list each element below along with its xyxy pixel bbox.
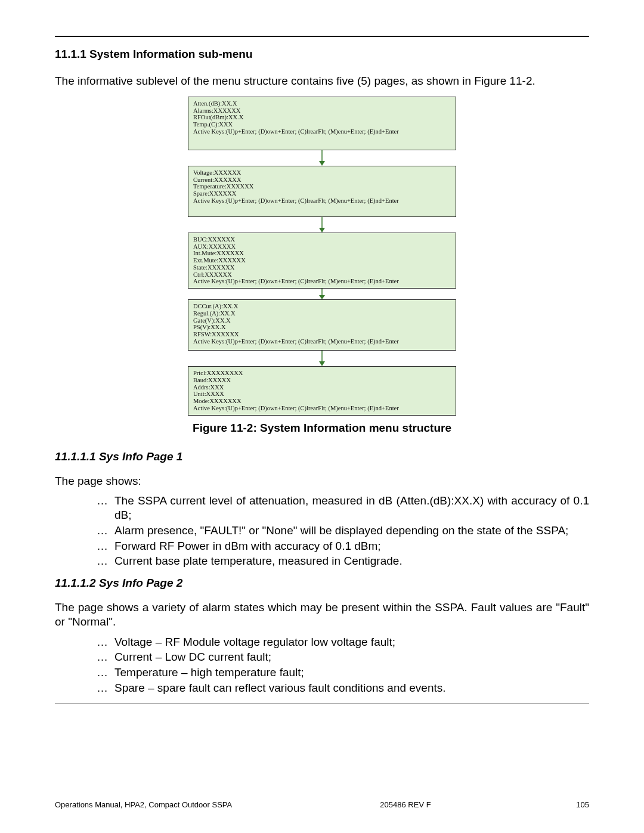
bottom-rule (55, 704, 589, 704)
page2-lead: The page shows a variety of alarm states… (55, 600, 589, 629)
list-item: The SSPA current level of attenuation, m… (97, 494, 589, 522)
page1-lead: The page shows: (55, 474, 589, 488)
page1-list: The SSPA current level of attenuation, m… (55, 494, 589, 568)
menu-box-2: Voltage:XXXXXX Current:XXXXXX Temperatur… (188, 166, 456, 217)
menu-row: Prtcl:XXXXXXXX (193, 370, 451, 377)
menu-box-5: Prtcl:XXXXXXXX Baud:XXXXX Addrs:XXX Unit… (188, 366, 456, 416)
footer-right: 105 (553, 800, 589, 809)
svg-marker-3 (319, 228, 325, 233)
menu-row: Baud:XXXXX (193, 377, 451, 384)
menu-row: Addrs:XXX (193, 384, 451, 391)
subsection-heading-page1: 11.1.1.1 Sys Info Page 1 (55, 450, 589, 463)
subsection-heading-page2: 11.1.1.2 Sys Info Page 2 (55, 577, 589, 590)
list-item: Temperature – high temperature fault; (97, 665, 589, 680)
menu-row: Regul.(A):XX.X (193, 310, 451, 317)
menu-row: PS(V):XX.X (193, 324, 451, 331)
menu-row: Temp.(C):XXX (193, 121, 451, 128)
down-arrow-icon (188, 217, 456, 233)
page-footer: Operations Manual, HPA2, Compact Outdoor… (55, 800, 589, 809)
list-item: Current base plate temperature, measured… (97, 554, 589, 568)
menu-row: Mode:XXXXXXX (193, 398, 451, 405)
page2-list: Voltage – RF Module voltage regulator lo… (55, 635, 589, 695)
menu-row: Atten.(dB):XX.X (193, 100, 451, 107)
menu-box-3: BUC:XXXXXX AUX:XXXXXX Int.Mute:XXXXXX Ex… (188, 233, 456, 289)
intro-paragraph: The informative sublevel of the menu str… (55, 74, 589, 88)
menu-row: RFOut(dBm):XX.X (193, 114, 451, 121)
down-arrow-icon (188, 150, 456, 166)
menu-row: Int.Mute:XXXXXX (193, 250, 451, 257)
menu-row: Unit:XXXX (193, 391, 451, 398)
menu-row: Alarms:XXXXXX (193, 107, 451, 114)
menu-row: DCCur.(A):XX.X (193, 303, 451, 310)
footer-left: Operations Manual, HPA2, Compact Outdoor… (55, 800, 258, 809)
down-arrow-icon (188, 289, 456, 299)
list-item: Forward RF Power in dBm with accuracy of… (97, 539, 589, 553)
menu-row: Voltage:XXXXXX (193, 169, 451, 176)
menu-active-keys: Active Keys:(U)p+Enter; (D)own+Enter; (C… (193, 278, 451, 285)
diagram-column: Atten.(dB):XX.X Alarms:XXXXXX RFOut(dBm)… (188, 97, 456, 416)
menu-row: State:XXXXXX (193, 264, 451, 271)
menu-row: AUX:XXXXXX (193, 243, 451, 250)
menu-row: BUC:XXXXXX (193, 236, 451, 243)
menu-row: Ctrl:XXXXXX (193, 271, 451, 278)
menu-active-keys: Active Keys:(U)p+Enter; (D)own+Enter; (C… (193, 197, 451, 205)
menu-active-keys: Active Keys:(U)p+Enter; (D)own+Enter; (C… (193, 128, 451, 135)
list-item: Spare – spare fault can reflect various … (97, 681, 589, 695)
menu-row: RFSW:XXXXXX (193, 331, 451, 338)
document-page: 11.1.1 System Information sub-menu The i… (0, 0, 644, 833)
menu-active-keys: Active Keys:(U)p+Enter; (D)own+Enter; (C… (193, 405, 451, 412)
figure-11-2: Atten.(dB):XX.X Alarms:XXXXXX RFOut(dBm)… (55, 97, 589, 444)
figure-caption: Figure 11-2: System Information menu str… (193, 422, 451, 435)
list-item: Current – Low DC current fault; (97, 650, 589, 664)
menu-row: Spare:XXXXXX (193, 190, 451, 197)
menu-row: Temperature:XXXXXX (193, 183, 451, 190)
footer-center: 205486 REV F (258, 800, 553, 809)
svg-marker-1 (319, 161, 325, 166)
menu-box-4: DCCur.(A):XX.X Regul.(A):XX.X Gate(V):XX… (188, 299, 456, 351)
menu-row: Ext.Mute:XXXXXX (193, 257, 451, 264)
list-item: Alarm presence, "FAULT!" or "None" will … (97, 524, 589, 538)
svg-marker-7 (319, 361, 325, 366)
top-rule (55, 36, 589, 37)
menu-row: Gate(V):XX.X (193, 317, 451, 324)
menu-row: Current:XXXXXX (193, 176, 451, 184)
svg-marker-5 (319, 295, 325, 299)
menu-active-keys: Active Keys:(U)p+Enter; (D)own+Enter; (C… (193, 338, 451, 345)
menu-box-1: Atten.(dB):XX.X Alarms:XXXXXX RFOut(dBm)… (188, 97, 456, 150)
list-item: Voltage – RF Module voltage regulator lo… (97, 635, 589, 649)
section-heading: 11.1.1 System Information sub-menu (55, 48, 589, 61)
down-arrow-icon (188, 351, 456, 366)
